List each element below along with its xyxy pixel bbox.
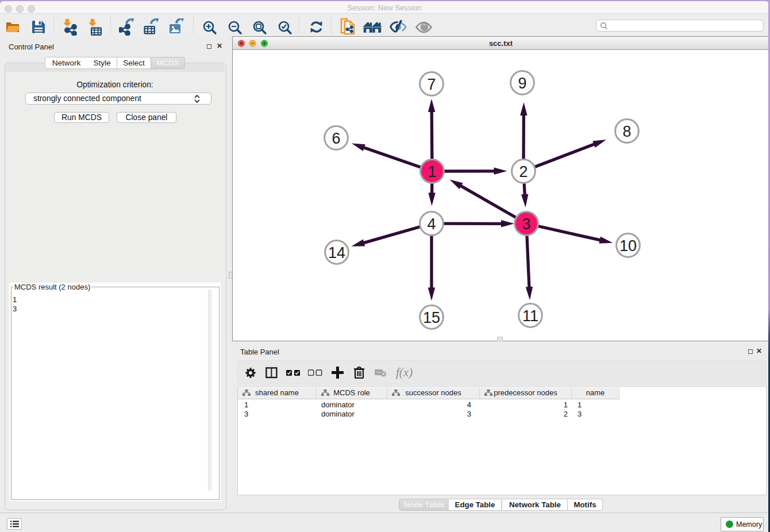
svg-text:14: 14 [328,244,345,261]
svg-text:2: 2 [519,163,528,180]
svg-text:1: 1 [428,163,436,180]
svg-text:7: 7 [427,76,436,93]
svg-text:3: 3 [522,215,530,233]
svg-text:9: 9 [518,75,526,92]
svg-text:6: 6 [332,130,340,147]
svg-text:8: 8 [622,123,631,140]
svg-text:11: 11 [522,307,538,325]
svg-text:10: 10 [619,237,637,255]
svg-text:15: 15 [423,309,440,326]
svg-text:4: 4 [427,215,436,233]
